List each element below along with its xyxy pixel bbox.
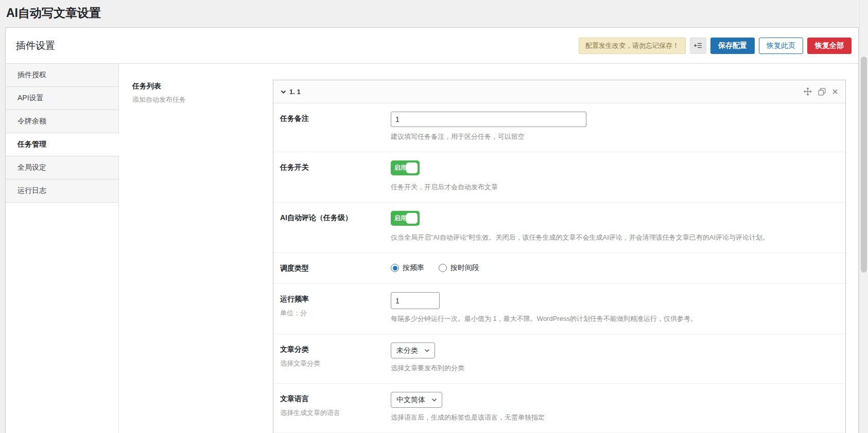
field-help: 仅当全局开启"AI自动评论"时生效。关闭后，该任务生成的文章不会生成AI评论，并… (391, 233, 837, 242)
toggle-state-label: 启用 (394, 160, 407, 175)
ai-comment-task-level-toggle[interactable]: 启用 (391, 211, 420, 226)
field-sublabel: 单位：分 (280, 309, 391, 318)
field-control-col: 启用仅当全局开启"AI自动评论"时生效。关闭后，该任务生成的文章不会生成AI评论… (391, 211, 837, 242)
radio-option-by-time-period[interactable]: 按时间段 (439, 263, 479, 273)
field-control-col: 每隔多少分钟运行一次。最小值为 1，最大不限。WordPress的计划任务不能做… (391, 292, 837, 323)
run-frequency-input[interactable] (391, 292, 440, 309)
outdent-icon (694, 42, 702, 49)
delete-task-button[interactable]: × (832, 88, 838, 95)
field-label: 运行频率 (280, 295, 391, 304)
settings-sidebar: 插件授权API设置令牌余额任务管理全局设定运行日志 (6, 64, 119, 433)
restore-page-button[interactable]: 恢复此页 (759, 38, 803, 54)
field-row-post-category: 文章分类选择文章分类未分类选择文章要发布到的分类 (273, 334, 845, 384)
sidebar-item-api-settings[interactable]: API设置 (6, 87, 118, 110)
sidebar-item-plugin-license[interactable]: 插件授权 (6, 64, 118, 87)
field-label-col: 任务备注 (280, 112, 391, 141)
sidebar-item-run-logs[interactable]: 运行日志 (6, 179, 118, 203)
field-control-col: 建议填写任务备注，用于区分任务，可以留空 (391, 112, 837, 141)
page-title: AI自动写文章设置 (0, 0, 868, 27)
section-subtitle: 添加自动发布任务 (132, 95, 273, 104)
page-scrollbar[interactable] (859, 0, 868, 433)
post-category-select[interactable]: 未分类 (391, 342, 435, 358)
post-language-select[interactable]: 中文简体 (391, 392, 442, 408)
card-header: 插件设置 配置发生改变，请勿忘记保存！ 保存配置 恢复此页 恢复全部 (6, 28, 858, 64)
sidebar-item-token-balance[interactable]: 令牌余额 (6, 110, 118, 133)
move-task-handle[interactable] (804, 87, 812, 96)
task-panel-title: 1. 1 (289, 88, 301, 96)
task-form: 任务备注建议填写任务备注，用于区分任务，可以留空任务开关启用任务开关，开启后才会… (273, 103, 845, 433)
field-row-task-note: 任务备注建议填写任务备注，用于区分任务，可以留空 (273, 103, 845, 152)
unsaved-changes-notice: 配置发生改变，请勿忘记保存！ (579, 38, 686, 54)
field-label-col: 文章分类选择文章分类 (280, 342, 391, 373)
field-row-run-frequency: 运行频率单位：分每隔多少分钟运行一次。最小值为 1，最大不限。WordPress… (273, 284, 845, 334)
task-note-input[interactable] (391, 112, 586, 127)
save-config-button[interactable]: 保存配置 (710, 38, 755, 54)
chevron-down-icon (281, 89, 286, 94)
field-control-col: 按频率按时间段 (391, 261, 837, 273)
field-label: AI自动评论（任务级） (280, 213, 391, 223)
duplicate-task-button[interactable] (818, 88, 826, 96)
restore-all-button[interactable]: 恢复全部 (807, 38, 852, 54)
task-switch-toggle[interactable]: 启用 (391, 160, 420, 175)
field-control-col: 启用任务开关，开启后才会自动发布文章 (391, 160, 837, 192)
field-label-col: AI自动评论（任务级） (280, 211, 391, 242)
field-label: 文章分类 (280, 345, 391, 354)
field-label-col: 调度类型 (280, 261, 391, 273)
select-value: 未分类 (396, 346, 418, 355)
toggle-state-label: 启用 (394, 211, 407, 226)
field-label-col: 任务开关 (280, 160, 391, 192)
header-actions: 配置发生改变，请勿忘记保存！ 保存配置 恢复此页 恢复全部 (579, 38, 852, 54)
field-row-task-switch: 任务开关启用任务开关，开启后才会自动发布文章 (273, 152, 845, 203)
field-row-post-language: 文章语言选择生成文章的语言中文简体选择语言后，生成的标签也是该语言，无需单独指定 (273, 384, 845, 433)
field-label-col: 文章语言选择生成文章的语言 (280, 392, 391, 422)
radio-icon (439, 264, 447, 272)
sidebar-item-global-settings[interactable]: 全局设定 (6, 156, 118, 179)
field-row-schedule-type: 调度类型按频率按时间段 (273, 253, 845, 284)
card-body: 插件授权API设置令牌余额任务管理全局设定运行日志 任务列表 添加自动发布任务 … (6, 64, 858, 433)
field-help: 建议填写任务备注，用于区分任务，可以留空 (391, 132, 837, 141)
collapse-panels-button[interactable] (690, 38, 706, 54)
content-area: 任务列表 添加自动发布任务 1. 1 (119, 64, 858, 433)
card-title: 插件设置 (16, 39, 55, 52)
close-icon: × (832, 88, 838, 95)
task-panel-header: 1. 1 (273, 80, 845, 103)
copy-icon (818, 88, 826, 96)
select-value: 中文简体 (396, 395, 425, 405)
field-help: 选择语言后，生成的标签也是该语言，无需单独指定 (391, 413, 837, 422)
scrollbar-thumb[interactable] (861, 57, 867, 273)
field-label: 文章语言 (280, 394, 391, 404)
field-label: 任务备注 (280, 114, 391, 123)
radio-option-by-frequency[interactable]: 按频率 (391, 263, 424, 273)
toggle-knob (406, 213, 418, 224)
move-icon (804, 87, 812, 96)
section-label-column: 任务列表 添加自动发布任务 (132, 80, 273, 433)
task-panel-collapse[interactable]: 1. 1 (281, 88, 301, 96)
settings-card: 插件设置 配置发生改变，请勿忘记保存！ 保存配置 恢复此页 恢复全部 插件授权A… (5, 27, 859, 433)
field-label-col: 运行频率单位：分 (280, 292, 391, 323)
field-help: 每隔多少分钟运行一次。最小值为 1，最大不限。WordPress的计划任务不能做… (391, 314, 837, 323)
radio-icon (391, 264, 399, 272)
field-sublabel: 选择生成文章的语言 (280, 408, 391, 418)
field-control-col: 未分类选择文章要发布到的分类 (391, 342, 837, 373)
field-label: 任务开关 (280, 163, 391, 172)
sidebar-item-task-management[interactable]: 任务管理 (6, 133, 119, 156)
field-label: 调度类型 (280, 264, 391, 273)
radio-option-label: 按频率 (403, 263, 424, 273)
field-sublabel: 选择文章分类 (280, 359, 391, 368)
chevron-down-icon (424, 349, 430, 353)
field-control-col: 中文简体选择语言后，生成的标签也是该语言，无需单独指定 (391, 392, 837, 422)
schedule-type-radio-group: 按频率按时间段 (391, 261, 837, 273)
radio-option-label: 按时间段 (450, 263, 479, 273)
task-panel: 1. 1 (273, 80, 846, 433)
field-help: 选择文章要发布到的分类 (391, 364, 837, 373)
task-panel-tools: × (804, 87, 838, 96)
toggle-knob (406, 163, 418, 173)
field-help: 任务开关，开启后才会自动发布文章 (391, 183, 837, 192)
chevron-down-icon (431, 398, 437, 402)
section-title: 任务列表 (132, 82, 273, 91)
field-row-ai-comment-task-level: AI自动评论（任务级）启用仅当全局开启"AI自动评论"时生效。关闭后，该任务生成… (273, 203, 845, 253)
